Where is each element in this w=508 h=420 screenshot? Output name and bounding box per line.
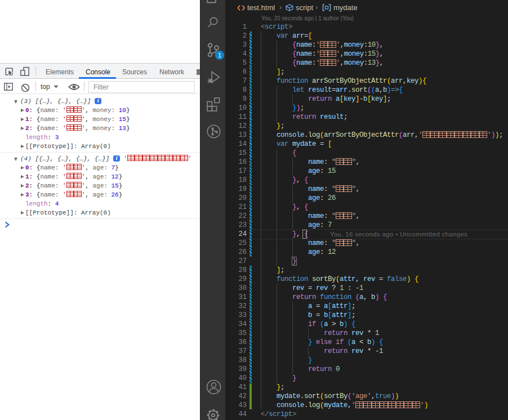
svg-text:1: 1 <box>218 52 221 59</box>
